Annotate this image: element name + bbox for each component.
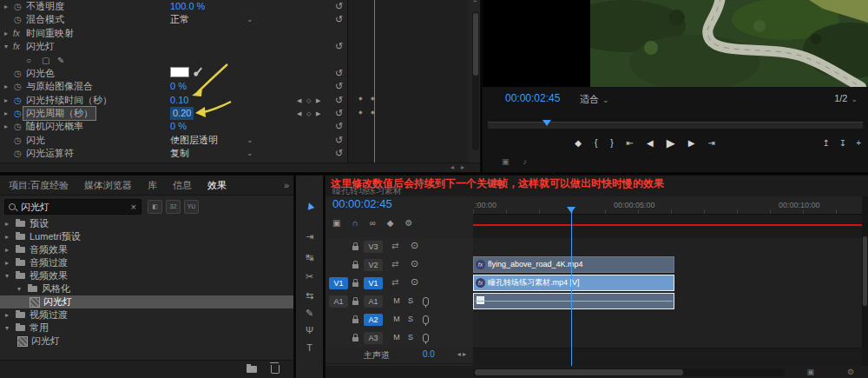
color-swatch[interactable] bbox=[170, 67, 189, 77]
tab-libraries[interactable]: 库 bbox=[148, 176, 157, 195]
vertical-scrollbar[interactable] bbox=[472, 11, 479, 150]
track-header-a3[interactable]: A3 M S bbox=[326, 329, 473, 348]
stopwatch-icon[interactable]: ◷ bbox=[14, 147, 22, 160]
twirl-icon[interactable]: ▾ bbox=[5, 322, 9, 335]
add-keyframe-icon[interactable]: ◇ bbox=[306, 94, 311, 107]
delete-icon[interactable] bbox=[271, 365, 279, 374]
track-lane-a2[interactable] bbox=[473, 311, 862, 330]
slip-tool[interactable]: ⇆ bbox=[296, 287, 323, 304]
timeline-footer-icon[interactable]: ⚙ bbox=[847, 368, 854, 376]
voiceover-mic-icon[interactable] bbox=[423, 297, 429, 306]
keyframe-icon[interactable]: ◆ bbox=[371, 109, 375, 115]
playhead[interactable] bbox=[571, 208, 572, 366]
tab-info[interactable]: 信息 bbox=[173, 176, 192, 195]
mark-out-button[interactable]: } bbox=[610, 134, 613, 153]
clear-search-icon[interactable]: × bbox=[131, 200, 136, 214]
effect-row-strobe-duration[interactable]: ▸ ◷ 闪光持续时间（秒） 0.10 ◀ ◇ ▶ ↺ bbox=[0, 94, 347, 107]
pen-tool[interactable]: ✎ bbox=[296, 304, 323, 322]
reset-icon[interactable]: ↺ bbox=[335, 80, 343, 93]
track-badge[interactable]: A3 bbox=[364, 332, 383, 344]
lock-icon[interactable] bbox=[352, 301, 358, 305]
drag-video-icon[interactable]: ▣ bbox=[502, 156, 510, 168]
tab-overflow-icon[interactable]: » bbox=[284, 176, 289, 195]
pen-mask-icon[interactable]: ✎ bbox=[57, 54, 64, 67]
tab-media-browser[interactable]: 媒体浏览器 bbox=[84, 176, 132, 195]
track-badge[interactable]: A2 bbox=[364, 314, 383, 326]
effect-row-blend-mode[interactable]: ◷ 混合模式 正常 ⌄ ↺ bbox=[0, 13, 347, 26]
scrollbar-thumb[interactable] bbox=[473, 13, 478, 76]
tree-item-stylize[interactable]: ▾ 风格化 bbox=[0, 282, 293, 295]
twirl-icon[interactable]: ▸ bbox=[5, 230, 9, 243]
stopwatch-icon[interactable]: ◷ bbox=[14, 67, 22, 80]
track-badge[interactable]: V2 bbox=[364, 259, 383, 271]
reset-icon[interactable]: ↺ bbox=[335, 120, 343, 133]
timeline-horizontal-scrollbar[interactable] bbox=[473, 368, 785, 376]
source-patch[interactable]: V1 bbox=[329, 277, 348, 289]
next-keyframe-icon[interactable]: ▶ bbox=[316, 94, 320, 107]
lock-icon[interactable] bbox=[352, 246, 358, 250]
sync-lock-icon[interactable]: ⇄ bbox=[391, 277, 398, 287]
clip-flying-above-road[interactable]: fx flying_above_road_4K.mp4 bbox=[473, 256, 674, 273]
param-value[interactable]: 0 % bbox=[170, 80, 187, 93]
strobe-operator-dropdown[interactable]: 复制 bbox=[170, 147, 189, 160]
track-lane-v3[interactable] bbox=[473, 238, 862, 257]
reset-icon[interactable]: ↺ bbox=[335, 147, 343, 160]
add-keyframe-icon[interactable]: ◇ bbox=[306, 107, 311, 120]
play-button[interactable]: ▶ bbox=[667, 134, 675, 153]
scroll-left-icon[interactable]: ◂ bbox=[450, 163, 454, 172]
tree-item-strobe-light-selected[interactable]: 闪光灯 bbox=[0, 295, 293, 308]
reset-icon[interactable]: ↺ bbox=[335, 67, 343, 80]
drag-audio-icon[interactable]: ♪ bbox=[523, 156, 528, 168]
stopwatch-icon[interactable]: ◷ bbox=[14, 107, 22, 120]
yuv-effects-filter[interactable]: YU bbox=[184, 200, 199, 214]
twirl-icon[interactable]: ▸ bbox=[4, 107, 8, 120]
hand-tool[interactable]: Ψ bbox=[296, 322, 323, 339]
voiceover-mic-icon[interactable] bbox=[423, 334, 429, 342]
monitor-scrubber[interactable] bbox=[488, 122, 863, 129]
effects-search-input[interactable]: 闪光灯 × bbox=[4, 199, 141, 215]
tree-item-audio-effects[interactable]: ▸ 音频效果 bbox=[0, 243, 293, 256]
eye-icon[interactable]: ⊙ bbox=[411, 276, 418, 288]
snap-icon[interactable]: ∩ bbox=[352, 216, 358, 231]
stopwatch-icon[interactable]: ◷ bbox=[14, 94, 22, 107]
solo-button[interactable]: S bbox=[405, 333, 416, 342]
master-keyframe-nav[interactable]: ◂ ▸ bbox=[457, 350, 466, 358]
solo-button[interactable]: S bbox=[405, 315, 416, 323]
twirl-icon[interactable]: ▸ bbox=[4, 120, 8, 133]
tree-item-video-effects[interactable]: ▾ 视频效果 bbox=[0, 269, 293, 282]
twirl-icon[interactable]: ▸ bbox=[4, 0, 8, 13]
reset-icon[interactable]: ↺ bbox=[335, 107, 343, 120]
reset-icon[interactable]: ↺ bbox=[335, 94, 343, 107]
tree-item-video-transitions[interactable]: ▸ 视频过渡 bbox=[0, 308, 293, 322]
keyframe-icon[interactable]: ◆ bbox=[358, 96, 363, 101]
scrollbar-thumb[interactable] bbox=[863, 236, 867, 306]
reset-icon[interactable]: ↺ bbox=[335, 13, 343, 26]
param-value[interactable]: 0 % bbox=[170, 120, 187, 133]
twirl-icon[interactable]: ▸ bbox=[5, 308, 9, 322]
track-badge[interactable]: V3 bbox=[364, 241, 383, 253]
stopwatch-icon[interactable]: ◷ bbox=[14, 134, 22, 147]
voiceover-mic-icon[interactable] bbox=[423, 315, 429, 324]
solo-button[interactable]: S bbox=[405, 296, 416, 305]
add-marker-icon[interactable]: ◆ bbox=[387, 216, 394, 231]
master-track-value[interactable]: 0.0 bbox=[423, 349, 435, 359]
source-patch[interactable]: A1 bbox=[329, 295, 348, 308]
sync-lock-icon[interactable]: ⇄ bbox=[391, 241, 398, 250]
blend-mode-dropdown[interactable]: 正常 bbox=[170, 13, 189, 26]
stopwatch-icon[interactable]: ◷ bbox=[14, 80, 22, 93]
tree-item-audio-transitions[interactable]: ▸ 音频过渡 bbox=[0, 256, 293, 269]
accelerated-effects-filter[interactable]: ◧ bbox=[148, 200, 162, 214]
clip-pupil-transition-audio[interactable] bbox=[473, 293, 674, 309]
next-icon[interactable]: ▸ bbox=[463, 350, 466, 358]
nest-icon[interactable]: ▣ bbox=[332, 216, 340, 231]
effect-row-opacity[interactable]: ▸ ◷ 不透明度 100.0 % ↺ bbox=[0, 0, 347, 13]
extract-button[interactable]: ↧ bbox=[839, 134, 846, 153]
mute-button[interactable]: M bbox=[391, 296, 402, 305]
param-value[interactable]: 0.10 bbox=[170, 94, 188, 107]
ellipse-mask-icon[interactable]: ○ bbox=[26, 54, 31, 67]
track-select-forward-tool[interactable]: ⇥ bbox=[296, 228, 323, 245]
timeline-timecode[interactable]: 00:00:02:45 bbox=[332, 197, 392, 210]
mark-in-button[interactable]: { bbox=[595, 134, 597, 153]
eyedropper-icon[interactable] bbox=[195, 68, 202, 76]
mute-button[interactable]: M bbox=[391, 333, 402, 342]
